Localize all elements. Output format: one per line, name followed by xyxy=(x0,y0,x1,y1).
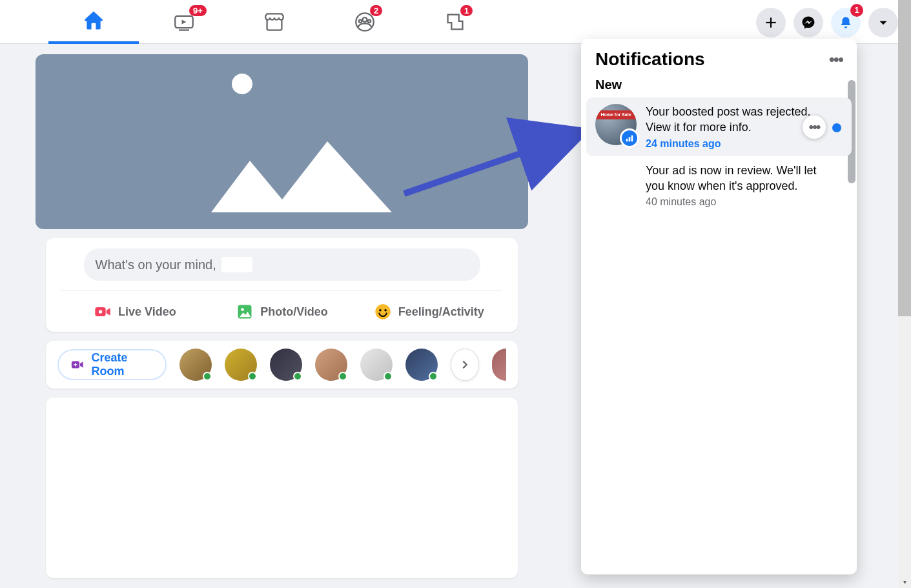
svg-point-3 xyxy=(359,19,362,23)
notifications-title: Notifications xyxy=(595,49,705,70)
notification-text: Your ad is now in review. We'll let you … xyxy=(646,163,836,194)
room-friend-4[interactable] xyxy=(315,349,347,381)
gaming-badge: 1 xyxy=(460,5,473,16)
unread-indicator-icon xyxy=(832,123,841,132)
messenger-button[interactable] xyxy=(793,8,823,37)
svg-rect-15 xyxy=(629,137,631,141)
home-icon xyxy=(83,10,104,31)
notification-body: Your ad is now in review. We'll let you … xyxy=(646,163,843,208)
room-friend-6[interactable] xyxy=(405,349,438,381)
online-dot-icon xyxy=(293,372,302,381)
notification-time: 24 minutes ago xyxy=(646,138,814,150)
nav-tabs: 9+ 2 1 xyxy=(48,0,500,44)
messenger-icon xyxy=(801,15,815,30)
svg-point-11 xyxy=(384,309,387,312)
chevron-right-icon xyxy=(459,359,471,370)
svg-point-9 xyxy=(375,304,390,319)
svg-point-6 xyxy=(99,310,102,313)
feed-post-placeholder xyxy=(46,398,518,578)
divider xyxy=(61,290,502,290)
online-dot-icon xyxy=(248,372,257,381)
feeling-activity-label: Feeling/Activity xyxy=(398,305,484,319)
groups-badge: 2 xyxy=(370,5,382,16)
scroll-down-button[interactable]: ▾ xyxy=(898,575,911,588)
feed-column: What's on your mind, Live Video Photo/Vi… xyxy=(36,54,528,578)
svg-rect-16 xyxy=(631,136,633,142)
bell-icon xyxy=(839,15,853,30)
room-friend-5[interactable] xyxy=(360,349,393,381)
notifications-more-button[interactable]: ••• xyxy=(829,50,843,70)
notifications-section-new: New xyxy=(581,77,857,97)
rooms-card: Create Room xyxy=(46,341,518,389)
rooms-next-button[interactable] xyxy=(451,349,479,381)
room-friend-1[interactable] xyxy=(179,349,212,381)
svg-rect-14 xyxy=(626,139,628,141)
live-video-icon xyxy=(94,303,112,321)
create-button[interactable] xyxy=(756,8,786,37)
nav-tab-groups[interactable]: 2 xyxy=(320,0,410,44)
live-video-button[interactable]: Live Video xyxy=(61,297,209,327)
top-right-controls: 1 xyxy=(690,8,898,37)
notifications-panel: Notifications ••• New Home for Sale Your… xyxy=(581,39,857,574)
plus-icon xyxy=(764,15,778,30)
composer-actions: Live Video Photo/Video Feeling/Activity xyxy=(61,297,502,327)
notification-item-more-button[interactable]: ••• xyxy=(803,116,826,139)
room-friend-2[interactable] xyxy=(225,349,257,381)
nav-tab-gaming[interactable]: 1 xyxy=(410,0,500,44)
room-friend-overflow[interactable] xyxy=(492,349,506,381)
notifications-header: Notifications ••• xyxy=(581,39,857,77)
nav-tab-home[interactable] xyxy=(48,0,139,44)
placeholder-mountain-icon xyxy=(211,141,392,212)
svg-point-2 xyxy=(363,17,367,22)
caret-down-icon xyxy=(876,15,890,30)
page-scrollbar-thumb[interactable] xyxy=(898,0,911,316)
composer-input[interactable]: What's on your mind, xyxy=(84,248,480,281)
notification-thumbnail: Home for Sale xyxy=(595,104,637,145)
notification-item-2[interactable]: Your ad is now in review. We'll let you … xyxy=(586,156,852,215)
online-dot-icon xyxy=(384,372,393,381)
photo-icon xyxy=(236,303,254,321)
photo-video-button[interactable]: Photo/Video xyxy=(209,297,356,327)
notification-time: 40 minutes ago xyxy=(646,196,836,208)
online-dot-icon xyxy=(338,372,347,381)
composer-placeholder: What's on your mind, xyxy=(96,258,216,272)
room-friend-3[interactable] xyxy=(270,349,302,381)
notifications-button[interactable]: 1 xyxy=(831,8,861,37)
online-dot-icon xyxy=(429,372,438,381)
placeholder-moon-icon xyxy=(232,74,252,94)
notification-item-1[interactable]: Home for Sale Your boosted post was reje… xyxy=(586,97,852,156)
composer-name-redacted xyxy=(221,257,252,272)
svg-point-4 xyxy=(368,19,371,23)
video-plus-icon xyxy=(70,356,85,373)
watch-badge: 9+ xyxy=(189,5,207,16)
top-navigation: 9+ 2 1 1 xyxy=(0,0,911,44)
nav-tab-watch[interactable]: 9+ xyxy=(139,0,229,44)
account-button[interactable] xyxy=(868,8,898,37)
profile-chip[interactable] xyxy=(690,8,748,37)
feeling-activity-button[interactable]: Feeling/Activity xyxy=(355,297,502,327)
svg-point-8 xyxy=(241,308,244,311)
feeling-icon xyxy=(374,303,392,321)
nav-tab-marketplace[interactable] xyxy=(229,0,320,44)
svg-point-10 xyxy=(379,309,382,312)
composer-card: What's on your mind, Live Video Photo/Vi… xyxy=(46,238,518,332)
online-dot-icon xyxy=(203,372,212,381)
create-room-label: Create Room xyxy=(91,351,154,378)
chart-badge-icon xyxy=(620,128,639,148)
marketplace-icon xyxy=(264,12,285,32)
live-video-label: Live Video xyxy=(118,305,176,319)
notification-text: Your boosted post was rejected. View it … xyxy=(646,104,814,136)
create-room-button[interactable]: Create Room xyxy=(57,349,167,380)
photo-video-label: Photo/Video xyxy=(260,305,328,319)
story-placeholder[interactable] xyxy=(36,54,528,229)
notifications-count-badge: 1 xyxy=(850,4,863,17)
